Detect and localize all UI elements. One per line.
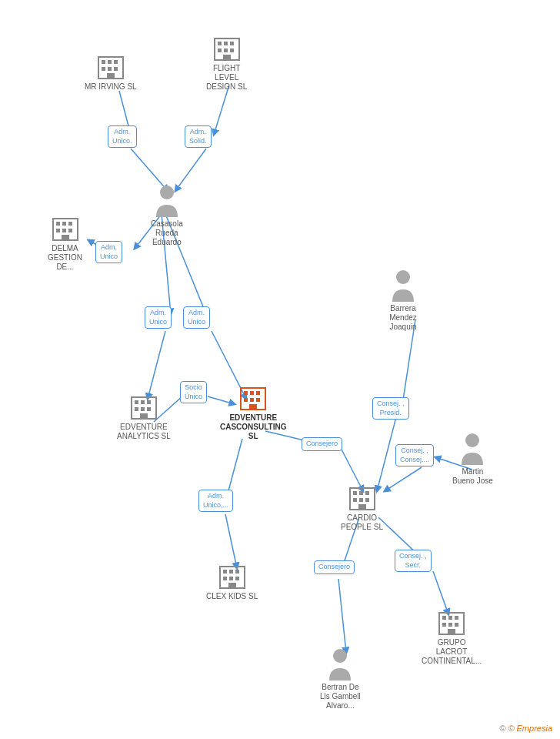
badge-adm-unico-5[interactable]: Adm. Unico,... — [198, 490, 233, 512]
svg-rect-82 — [235, 577, 239, 580]
badge-adm-unico-3[interactable]: Adm. Unico — [145, 306, 172, 329]
badge-consej-secr[interactable]: Consej. , Secr. — [395, 550, 432, 572]
node-casasola[interactable]: Casasola Rueda Eduardo — [151, 183, 183, 247]
svg-rect-40 — [223, 55, 231, 60]
svg-rect-85 — [442, 616, 446, 620]
svg-rect-77 — [223, 570, 227, 573]
svg-rect-48 — [68, 229, 72, 232]
svg-rect-46 — [56, 229, 60, 232]
svg-line-19 — [225, 514, 237, 568]
svg-rect-34 — [218, 42, 222, 45]
svg-rect-70 — [359, 491, 363, 495]
svg-rect-91 — [448, 629, 455, 634]
svg-rect-83 — [228, 583, 236, 588]
badge-consej-consej[interactable]: Consej. , Consej.... — [395, 444, 434, 466]
clexkids-label: CLEX KIDS SL — [206, 592, 258, 601]
svg-rect-64 — [256, 398, 260, 402]
badge-socio-unico[interactable]: Socio Único — [180, 381, 207, 403]
svg-point-66 — [396, 270, 410, 284]
svg-rect-35 — [224, 42, 228, 45]
node-delmagestion[interactable]: DELMA GESTION DE... — [48, 214, 82, 272]
svg-rect-63 — [250, 398, 254, 402]
person-icon — [389, 268, 417, 302]
badge-consejero-1[interactable]: Consejero — [302, 437, 342, 451]
svg-rect-73 — [359, 498, 363, 502]
person-icon — [326, 647, 354, 680]
node-mrirving[interactable]: MR IRVING SL — [85, 52, 137, 92]
svg-line-12 — [402, 319, 415, 405]
svg-rect-53 — [147, 400, 151, 404]
svg-rect-81 — [229, 577, 233, 580]
badge-adm-unico-2[interactable]: Adm. Unico — [95, 241, 122, 263]
svg-rect-55 — [141, 407, 145, 411]
node-clexkids[interactable]: CLEX KIDS SL — [206, 562, 258, 601]
svg-rect-90 — [455, 623, 458, 627]
svg-rect-75 — [358, 504, 366, 510]
svg-rect-86 — [448, 616, 452, 620]
badge-adm-solid-1[interactable]: Adm. Solid. — [185, 125, 212, 148]
node-martinbueno[interactable]: Martin Bueno Jose — [452, 431, 493, 486]
delmagestion-label: DELMA GESTION DE... — [48, 244, 82, 272]
badge-consej-presid[interactable]: Consej. , Presid. — [372, 397, 409, 420]
svg-rect-29 — [102, 67, 105, 71]
svg-line-18 — [227, 439, 242, 497]
svg-rect-74 — [365, 498, 369, 502]
svg-line-1 — [214, 85, 229, 135]
svg-rect-31 — [114, 67, 118, 71]
svg-rect-47 — [62, 229, 66, 232]
svg-rect-57 — [140, 413, 148, 419]
svg-rect-49 — [62, 235, 69, 240]
company-icon — [52, 214, 79, 242]
svg-line-21 — [338, 579, 346, 653]
edventurecas-label: EDVENTURE CASCONSULTING SL — [220, 413, 286, 441]
company-icon — [218, 562, 246, 590]
svg-rect-38 — [224, 48, 228, 52]
mrirving-label: MR IRVING SL — [85, 82, 137, 92]
svg-line-8 — [148, 331, 165, 399]
svg-rect-56 — [147, 407, 151, 411]
cardiopeople-label: CARDIO PEOPLE SL — [341, 513, 383, 532]
diagram-container: MR IRVING SL FLIGHT LEVEL DESIGN SL Casa… — [0, 0, 560, 739]
svg-rect-26 — [102, 60, 105, 64]
node-edventurecas[interactable]: EDVENTURE CASCONSULTING SL — [220, 383, 286, 441]
svg-rect-51 — [135, 400, 138, 404]
svg-rect-39 — [230, 48, 234, 52]
company-icon — [130, 393, 158, 420]
svg-rect-65 — [249, 404, 257, 410]
svg-rect-30 — [108, 67, 112, 71]
svg-rect-60 — [250, 391, 254, 395]
svg-rect-87 — [455, 616, 458, 620]
svg-rect-80 — [223, 577, 227, 580]
svg-rect-45 — [68, 222, 72, 226]
barrera-label: Barrera Mendez Joaquin — [389, 304, 417, 332]
svg-rect-61 — [256, 391, 260, 395]
node-barrera[interactable]: Barrera Mendez Joaquin — [389, 268, 417, 332]
badge-consejero-2[interactable]: Consejero — [314, 560, 355, 574]
casasola-label: Casasola Rueda Eduardo — [151, 219, 183, 247]
svg-rect-88 — [442, 623, 446, 627]
svg-rect-36 — [230, 42, 234, 45]
svg-rect-44 — [62, 222, 66, 226]
badge-adm-unico-4[interactable]: Adm. Unico — [183, 306, 210, 329]
svg-rect-28 — [114, 60, 118, 64]
svg-rect-52 — [141, 400, 145, 404]
martinbueno-label: Martin Bueno Jose — [452, 467, 493, 486]
svg-rect-78 — [229, 570, 233, 573]
svg-rect-89 — [448, 623, 452, 627]
company-icon-highlight — [239, 383, 267, 411]
node-grupolacrot[interactable]: GRUPO LACROT CONTINENTAL... — [422, 608, 482, 666]
watermark: © © Empresia — [499, 724, 552, 733]
node-cardiopeople[interactable]: CARDIO PEOPLE SL — [341, 483, 383, 532]
company-icon — [438, 608, 465, 636]
node-flightlevel[interactable]: FLIGHT LEVEL DESIGN SL — [206, 34, 247, 92]
person-icon — [458, 431, 486, 465]
svg-rect-59 — [244, 391, 248, 395]
company-icon — [97, 52, 125, 80]
svg-rect-27 — [108, 60, 112, 64]
person-icon — [153, 183, 181, 217]
badge-adm-unico-1[interactable]: Adm. Unico. — [108, 125, 137, 148]
node-edventureanalytics[interactable]: EDVENTURE ANALYTICS SL — [117, 393, 171, 441]
bertran-label: Bertran De Lis Gambell Alvaro... — [320, 683, 361, 711]
svg-rect-43 — [56, 222, 60, 226]
node-bertran[interactable]: Bertran De Lis Gambell Alvaro... — [320, 647, 361, 711]
